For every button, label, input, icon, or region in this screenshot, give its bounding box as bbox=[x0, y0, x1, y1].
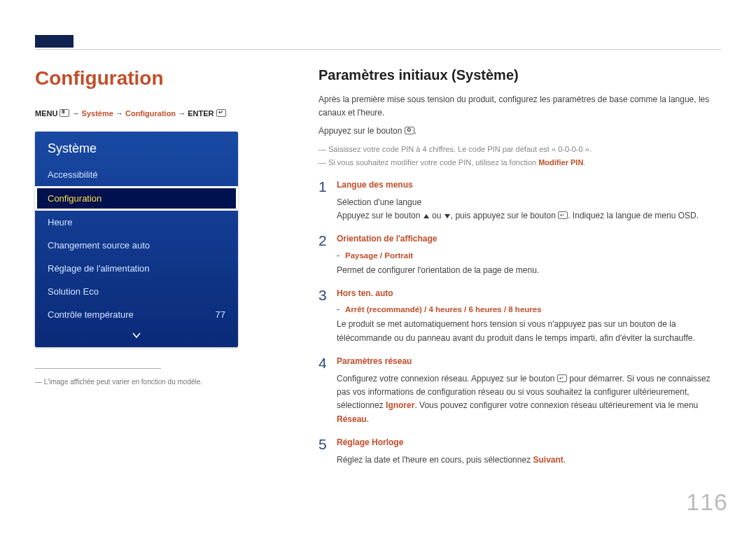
breadcrumb: MENU → Système → Configuration → ENTER bbox=[35, 109, 270, 118]
step-title: Orientation de l'affichage bbox=[337, 232, 724, 246]
breadcrumb-system: Système bbox=[82, 109, 113, 118]
menu-scroll-down[interactable] bbox=[35, 326, 238, 343]
menu-item-solution-eco[interactable]: Solution Eco bbox=[35, 280, 238, 303]
step-body: Paramètres réseau Configurez votre conne… bbox=[337, 355, 724, 426]
step-line: Appuyez sur le bouton ou , puis appuyez … bbox=[337, 209, 724, 223]
left-column: Configuration MENU → Système → Configura… bbox=[35, 67, 270, 387]
breadcrumb-menu-label: MENU bbox=[35, 109, 57, 118]
step-line: Sélection d'une langue bbox=[337, 196, 724, 209]
step-title: Paramètres réseau bbox=[337, 355, 724, 368]
breadcrumb-enter-label: ENTER bbox=[188, 109, 214, 118]
enter-icon bbox=[557, 374, 567, 382]
footnote-text: L'image affichée peut varier en fonction… bbox=[44, 378, 202, 386]
step-title: Réglage Horloge bbox=[337, 436, 724, 449]
footnote-divider bbox=[35, 368, 161, 369]
svg-marker-0 bbox=[424, 214, 429, 218]
step-options: Arrêt (recommandé) / 4 heures / 6 heures… bbox=[337, 303, 724, 316]
breadcrumb-arrow: → bbox=[115, 109, 125, 118]
svg-marker-1 bbox=[444, 214, 450, 218]
modifier-pin-label: Modifier PIN bbox=[538, 158, 583, 167]
header-rule bbox=[35, 49, 721, 50]
step-3: 3 Hors ten. auto Arrêt (recommandé) / 4 … bbox=[318, 287, 724, 345]
step-number: 1 bbox=[318, 178, 337, 223]
step-body: Langue des menus Sélection d'une langue … bbox=[337, 178, 724, 223]
step-number: 3 bbox=[318, 287, 337, 345]
page-number: 116 bbox=[686, 489, 728, 516]
step-number: 2 bbox=[318, 232, 337, 277]
step-options: Paysage / Portrait bbox=[337, 249, 724, 262]
menu-item-label: Accessibilité bbox=[48, 169, 98, 180]
step-number: 4 bbox=[318, 355, 337, 426]
breadcrumb-arrow: → bbox=[178, 109, 188, 118]
breadcrumb-configuration: Configuration bbox=[125, 109, 176, 118]
step-4: 4 Paramètres réseau Configurez votre con… bbox=[318, 355, 724, 426]
header-accent-bar bbox=[35, 35, 74, 48]
menu-item-label: Heure bbox=[48, 217, 72, 227]
menu-item-reglage-alimentation[interactable]: Réglage de l'alimentation bbox=[35, 257, 238, 280]
menu-item-configuration[interactable]: Configuration bbox=[35, 186, 238, 211]
osd-menu-title: Système bbox=[35, 141, 238, 163]
step-line: Le produit se met automatiquement hors t… bbox=[337, 318, 724, 344]
menu-item-changement-source[interactable]: Changement source auto bbox=[35, 234, 238, 257]
enter-icon bbox=[558, 211, 568, 219]
step-1: 1 Langue des menus Sélection d'une langu… bbox=[318, 178, 724, 223]
pin-default-note: Saisissez votre code PIN à 4 chiffres. L… bbox=[318, 143, 724, 155]
triangle-down-icon bbox=[444, 213, 451, 219]
intro-press-button: Appuyez sur le bouton . bbox=[318, 125, 724, 138]
section-heading: Paramètres initiaux (Système) bbox=[318, 67, 724, 83]
step-number: 5 bbox=[318, 436, 337, 467]
step-line: Configurez votre connexion réseau. Appuy… bbox=[337, 372, 724, 426]
step-title: Hors ten. auto bbox=[337, 287, 724, 300]
enter-icon bbox=[216, 109, 226, 117]
menu-item-controle-temperature[interactable]: Contrôle température 77 bbox=[35, 303, 238, 326]
step-line: Réglez la date et l'heure en cours, puis… bbox=[337, 454, 724, 467]
step-body: Réglage Horloge Réglez la date et l'heur… bbox=[337, 436, 724, 467]
menu-item-label: Changement source auto bbox=[48, 240, 150, 251]
step-body: Hors ten. auto Arrêt (recommandé) / 4 he… bbox=[337, 287, 724, 345]
model-footnote: ― L'image affichée peut varier en foncti… bbox=[35, 377, 270, 387]
pin-modify-note: Si vous souhaitez modifier votre code PI… bbox=[318, 157, 724, 169]
step-title: Langue des menus bbox=[337, 178, 724, 192]
ignore-label: Ignorer bbox=[386, 400, 414, 410]
breadcrumb-arrow: → bbox=[72, 109, 82, 118]
menu-item-label: Réglage de l'alimentation bbox=[48, 263, 150, 274]
intro-text: Après la première mise sous tension du p… bbox=[318, 93, 724, 119]
menu-item-label: Contrôle température bbox=[48, 309, 134, 320]
osd-menu-panel: Système Accessibilité Configuration Heur… bbox=[35, 132, 238, 347]
menu-item-label: Configuration bbox=[48, 193, 102, 204]
menu-item-heure[interactable]: Heure bbox=[35, 211, 238, 234]
page-title: Configuration bbox=[35, 67, 270, 90]
step-5: 5 Réglage Horloge Réglez la date et l'he… bbox=[318, 436, 724, 467]
menu-item-value: 77 bbox=[216, 309, 225, 320]
menu-item-accessibility[interactable]: Accessibilité bbox=[35, 163, 238, 186]
flower-button-icon bbox=[405, 127, 414, 134]
triangle-up-icon bbox=[423, 213, 430, 219]
menu-icon bbox=[59, 109, 69, 117]
right-column: Paramètres initiaux (Système) Après la p… bbox=[318, 67, 724, 467]
reseau-label: Réseau bbox=[337, 414, 367, 424]
step-line: Permet de configurer l'orientation de la… bbox=[337, 264, 724, 277]
step-2: 2 Orientation de l'affichage Paysage / P… bbox=[318, 232, 724, 277]
chevron-down-icon bbox=[132, 332, 141, 339]
suivant-label: Suivant bbox=[533, 455, 563, 465]
step-body: Orientation de l'affichage Paysage / Por… bbox=[337, 232, 724, 277]
menu-item-label: Solution Eco bbox=[48, 286, 99, 297]
